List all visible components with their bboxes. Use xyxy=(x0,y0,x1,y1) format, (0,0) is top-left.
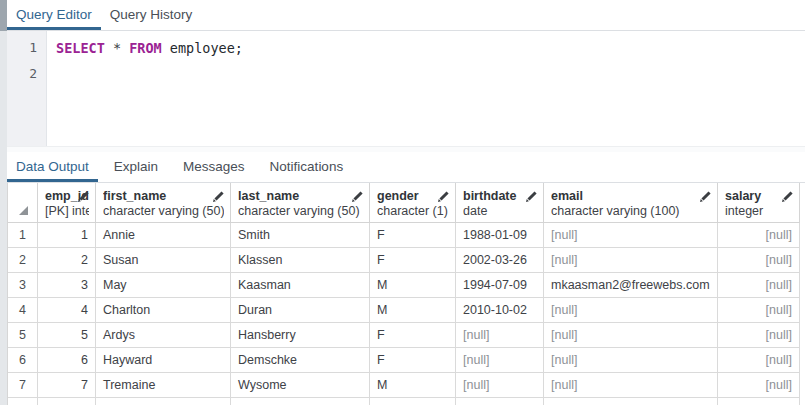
cell-gender[interactable]: F xyxy=(370,248,456,272)
cell-empty xyxy=(231,398,370,405)
cell-emp-id[interactable]: 4 xyxy=(38,298,96,322)
cell-birthdate[interactable]: [null] xyxy=(456,373,544,397)
cell-last-name[interactable]: Duran xyxy=(231,298,370,322)
cell-gender[interactable]: F xyxy=(370,348,456,372)
column-header-birthdate[interactable]: birthdatedate xyxy=(456,183,544,222)
edit-pencil-icon xyxy=(781,190,794,203)
edit-pencil-icon xyxy=(525,190,538,203)
sql-line-1[interactable]: SELECT * FROM employee; xyxy=(56,35,803,61)
cell-salary[interactable]: [null] xyxy=(718,223,800,247)
row-number[interactable]: 4 xyxy=(8,298,38,322)
cell-birthdate[interactable]: 2010-10-02 xyxy=(456,298,544,322)
cell-email[interactable]: [null] xyxy=(544,348,718,372)
sql-token-plain: employee; xyxy=(162,40,243,56)
cell-gender[interactable]: F xyxy=(370,223,456,247)
sql-token-operator: * xyxy=(113,40,121,56)
table-row: 77TremaineWysomeM[null][null][null] xyxy=(8,373,800,398)
edit-pencil-icon xyxy=(212,190,225,203)
cell-salary[interactable]: [null] xyxy=(718,248,800,272)
cell-last-name[interactable]: Wysome xyxy=(231,373,370,397)
sql-token-plain xyxy=(105,40,113,56)
edit-pencil-icon xyxy=(699,190,712,203)
column-header-last-name[interactable]: last_namecharacter varying (50) xyxy=(231,183,370,222)
cell-email[interactable]: [null] xyxy=(544,323,718,347)
cell-salary[interactable]: [null] xyxy=(718,273,800,297)
edit-pencil-icon xyxy=(437,190,450,203)
column-header-gender[interactable]: gendercharacter (1) xyxy=(370,183,456,222)
cell-email[interactable]: [null] xyxy=(544,248,718,272)
cell-gender[interactable]: M xyxy=(370,298,456,322)
column-header-salary[interactable]: salaryinteger xyxy=(718,183,800,222)
cell-first-name[interactable]: Hayward xyxy=(96,348,231,372)
row-number[interactable]: 5 xyxy=(8,323,38,347)
panel-edge[interactable] xyxy=(0,0,7,405)
cell-first-name[interactable]: Charlton xyxy=(96,298,231,322)
line-number: 2 xyxy=(7,61,46,87)
cell-emp-id[interactable]: 5 xyxy=(38,323,96,347)
query-tool-window: Query EditorQuery History 12 SELECT * FR… xyxy=(0,0,805,405)
cell-gender[interactable]: F xyxy=(370,323,456,347)
cell-last-name[interactable]: Kaasman xyxy=(231,273,370,297)
cell-empty xyxy=(370,398,456,405)
cell-salary[interactable]: [null] xyxy=(718,348,800,372)
cell-email[interactable]: [null] xyxy=(544,373,718,397)
tab-explain[interactable]: Explain xyxy=(105,152,167,182)
sql-token-keyword: FROM xyxy=(129,40,162,56)
column-header-email[interactable]: emailcharacter varying (100) xyxy=(544,183,718,222)
grid-header-row: emp_id[PK] integerfirst_namecharacter va… xyxy=(8,183,800,223)
tab-query-editor[interactable]: Query Editor xyxy=(7,0,101,30)
cell-first-name[interactable]: May xyxy=(96,273,231,297)
cell-last-name[interactable]: Demschke xyxy=(231,348,370,372)
sql-line-2[interactable] xyxy=(56,61,803,87)
cell-email[interactable]: [null] xyxy=(544,298,718,322)
cell-first-name[interactable]: Susan xyxy=(96,248,231,272)
sql-code-area[interactable]: SELECT * FROM employee; xyxy=(56,35,803,87)
cell-birthdate[interactable]: 2002-03-26 xyxy=(456,248,544,272)
row-number[interactable]: 7 xyxy=(8,373,38,397)
tab-query-history[interactable]: Query History xyxy=(101,0,202,30)
cell-emp-id[interactable]: 1 xyxy=(38,223,96,247)
cell-last-name[interactable]: Klassen xyxy=(231,248,370,272)
cell-email[interactable]: mkaasman2@freewebs.com xyxy=(544,273,718,297)
cell-birthdate[interactable]: [null] xyxy=(456,348,544,372)
cell-gender[interactable]: M xyxy=(370,373,456,397)
table-row: 11AnnieSmithF1988-01-09[null][null] xyxy=(8,223,800,248)
cell-birthdate[interactable]: 1988-01-09 xyxy=(456,223,544,247)
column-type: date xyxy=(463,204,537,219)
panel-edge-top xyxy=(0,0,7,31)
results-tabs-bar: Data OutputExplainMessagesNotifications xyxy=(7,152,805,183)
tab-data-output[interactable]: Data Output xyxy=(7,152,98,182)
column-type: character varying (50) xyxy=(103,204,224,219)
cell-salary[interactable]: [null] xyxy=(718,298,800,322)
cell-gender[interactable]: M xyxy=(370,273,456,297)
cell-last-name[interactable]: Smith xyxy=(231,223,370,247)
cell-birthdate[interactable]: 1994-07-09 xyxy=(456,273,544,297)
cell-email[interactable]: [null] xyxy=(544,223,718,247)
tab-messages[interactable]: Messages xyxy=(174,152,254,182)
cell-first-name[interactable]: Ardys xyxy=(96,323,231,347)
column-header-emp-id[interactable]: emp_id[PK] integer xyxy=(38,183,96,222)
cell-emp-id[interactable]: 3 xyxy=(38,273,96,297)
row-number[interactable]: 6 xyxy=(8,348,38,372)
cell-emp-id[interactable]: 6 xyxy=(38,348,96,372)
cell-birthdate[interactable]: [null] xyxy=(456,323,544,347)
table-row: 55ArdysHansberryF[null][null][null] xyxy=(8,323,800,348)
select-all-triangle-icon xyxy=(19,206,28,215)
tab-notifications[interactable]: Notifications xyxy=(261,152,353,182)
row-number[interactable]: 1 xyxy=(8,223,38,247)
cell-salary[interactable]: [null] xyxy=(718,323,800,347)
row-number[interactable]: 3 xyxy=(8,273,38,297)
row-number xyxy=(8,398,38,405)
row-number[interactable]: 2 xyxy=(8,248,38,272)
column-header-first-name[interactable]: first_namecharacter varying (50) xyxy=(96,183,231,222)
cell-emp-id[interactable]: 7 xyxy=(38,373,96,397)
column-name: email xyxy=(551,188,711,204)
cell-emp-id[interactable]: 2 xyxy=(38,248,96,272)
cell-salary[interactable]: [null] xyxy=(718,373,800,397)
select-all-corner[interactable] xyxy=(8,183,38,222)
sql-editor[interactable]: 12 SELECT * FROM employee; xyxy=(7,31,805,146)
cell-last-name[interactable]: Hansberry xyxy=(231,323,370,347)
cell-first-name[interactable]: Tremaine xyxy=(96,373,231,397)
table-row-partial xyxy=(8,398,800,405)
cell-first-name[interactable]: Annie xyxy=(96,223,231,247)
